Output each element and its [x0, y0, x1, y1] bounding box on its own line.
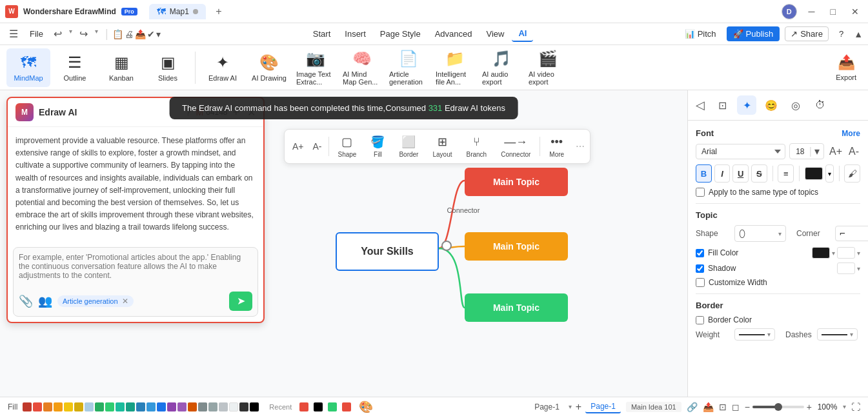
ribbon-ai-mindmap[interactable]: 🧠 AI Mind Map Gen...: [340, 48, 384, 87]
publish-button[interactable]: 🚀 Publish: [727, 26, 780, 41]
text-color-swatch[interactable]: [805, 167, 823, 180]
zoom-dropdown[interactable]: ▾: [843, 403, 846, 410]
palette-color-19[interactable]: [208, 402, 217, 411]
fill-white-dropdown[interactable]: ▾: [857, 250, 860, 257]
status-icon-1[interactable]: 🔗: [687, 402, 698, 412]
canvas[interactable]: M Edraw AI ? M 64148 + ✕ improvement pro…: [0, 90, 687, 397]
weight-select[interactable]: ▾: [734, 328, 775, 341]
ai-tab[interactable]: ✦: [737, 95, 756, 115]
palette-color-3[interactable]: [43, 402, 52, 411]
palette-color-16[interactable]: [177, 402, 187, 411]
zoom-thumb[interactable]: [774, 403, 782, 411]
share-button[interactable]: ↗ Share: [785, 26, 829, 41]
redo-dropdown[interactable]: ▾: [92, 26, 101, 41]
redo-button[interactable]: ↪: [77, 26, 90, 41]
border-tool[interactable]: ⬜ Border: [394, 132, 423, 161]
new-tab-button[interactable]: +: [211, 4, 227, 19]
zoom-slider[interactable]: [752, 406, 804, 408]
font-size-down[interactable]: ▾: [814, 145, 820, 157]
topic-middle[interactable]: Main Topic: [465, 232, 568, 261]
recent-color-1[interactable]: [299, 402, 308, 411]
undo-dropdown[interactable]: ▾: [66, 26, 76, 41]
format-tab[interactable]: ⊡: [712, 95, 732, 115]
zoom-out-button[interactable]: −: [745, 402, 750, 412]
palette-color-18[interactable]: [198, 402, 207, 411]
minimize-button[interactable]: ─: [805, 6, 819, 17]
strikethrough-button[interactable]: S: [751, 164, 767, 183]
fill-color-swatch-white[interactable]: [837, 247, 855, 259]
border-color-checkbox[interactable]: [696, 316, 704, 324]
font-family-select[interactable]: Arial: [696, 144, 785, 159]
palette-color-21[interactable]: [229, 402, 238, 411]
branch-tool[interactable]: ⑂ Branch: [461, 133, 492, 161]
apply-same-checkbox[interactable]: [696, 188, 705, 197]
ribbon-ai-drawing[interactable]: 🎨 AI Drawing: [247, 48, 291, 87]
help-button[interactable]: ?: [834, 27, 849, 41]
palette-color-4[interactable]: [54, 402, 63, 411]
undo-button[interactable]: ↩: [51, 26, 65, 41]
align-button[interactable]: ≡: [778, 164, 794, 183]
connector-label[interactable]: Connector: [444, 206, 483, 214]
ribbon-edraw-ai[interactable]: ✦ Edraw AI: [201, 48, 245, 87]
palette-color-22[interactable]: [239, 402, 248, 411]
pitch-button[interactable]: 📊 Pitch: [680, 27, 722, 41]
italic-button[interactable]: I: [714, 164, 731, 183]
status-icon-3[interactable]: ⊡: [719, 402, 727, 412]
page-tab-2[interactable]: Page-1: [585, 401, 621, 413]
underline-button[interactable]: U: [732, 164, 749, 183]
palette-color-17[interactable]: [188, 402, 197, 411]
layout-tool[interactable]: ⊞ Layout: [427, 132, 457, 161]
palette-color-9[interactable]: [105, 402, 114, 411]
map-tab[interactable]: 🗺 Map1: [149, 4, 206, 19]
palette-color-7[interactable]: [85, 402, 94, 411]
menu-view[interactable]: View: [480, 26, 511, 41]
expand-button[interactable]: ▲: [854, 29, 863, 39]
attachment-icon[interactable]: 📎: [19, 294, 33, 308]
topic-top[interactable]: Main Topic: [465, 168, 568, 196]
recent-color-2[interactable]: [314, 402, 323, 411]
shape-tool[interactable]: ▢ Shape: [333, 132, 362, 161]
shadow-color-swatch[interactable]: [837, 262, 855, 274]
color-picker-button[interactable]: 🎨: [359, 400, 373, 414]
ribbon-ai-video[interactable]: 🎬 AI video export: [526, 48, 570, 87]
connector-circle[interactable]: [441, 241, 452, 251]
palette-color-1[interactable]: [23, 402, 32, 411]
ai-input-field[interactable]: [19, 253, 252, 285]
target-tab[interactable]: ◎: [786, 95, 805, 115]
shadow-color-dropdown[interactable]: ▾: [857, 265, 860, 272]
fill-color-dropdown[interactable]: ▾: [832, 250, 835, 257]
fill-tool[interactable]: 🪣 Fill: [365, 132, 390, 161]
palette-color-13[interactable]: [146, 402, 156, 411]
palette-color-20[interactable]: [219, 402, 228, 411]
menu-item-file[interactable]: File: [23, 26, 50, 41]
shadow-checkbox[interactable]: [696, 264, 704, 273]
text-color-dropdown[interactable]: ▾: [825, 164, 833, 183]
maximize-button[interactable]: □: [827, 6, 840, 17]
corner-select[interactable]: ⌐ ▾: [835, 226, 868, 241]
emoji-tab[interactable]: 😊: [762, 95, 781, 115]
palette-color-8[interactable]: [95, 402, 104, 411]
palette-color-2[interactable]: [33, 402, 42, 411]
fullscreen-button[interactable]: ⛶: [851, 402, 860, 412]
recent-color-4[interactable]: [342, 402, 351, 411]
panel-collapse-button[interactable]: ◁: [696, 98, 705, 112]
text-decrease-button[interactable]: A-: [310, 140, 325, 153]
page-tab-1[interactable]: Page-1: [529, 401, 565, 413]
close-button[interactable]: ✕: [847, 6, 863, 17]
customize-width-checkbox[interactable]: [696, 278, 705, 287]
palette-color-11[interactable]: [126, 402, 135, 411]
ribbon-slides[interactable]: ▣ Slides: [146, 48, 190, 87]
user-avatar[interactable]: D: [782, 4, 797, 19]
dashes-select[interactable]: ▾: [817, 328, 858, 341]
article-tag-close[interactable]: ✕: [122, 297, 128, 306]
font-more-link[interactable]: More: [842, 129, 860, 138]
timer-tab[interactable]: ⏱: [811, 95, 830, 115]
palette-color-15[interactable]: [167, 402, 176, 411]
status-icon-4[interactable]: ◻: [732, 402, 740, 412]
recent-color-3[interactable]: [328, 402, 337, 411]
fill-color-swatch-dark[interactable]: [812, 247, 830, 259]
toolbar-options-button[interactable]: ⋯: [576, 141, 585, 152]
menu-insert[interactable]: Insert: [338, 26, 372, 41]
ai-send-button[interactable]: ➤: [229, 292, 252, 311]
ribbon-mindmap[interactable]: 🗺 MindMap: [6, 48, 50, 87]
